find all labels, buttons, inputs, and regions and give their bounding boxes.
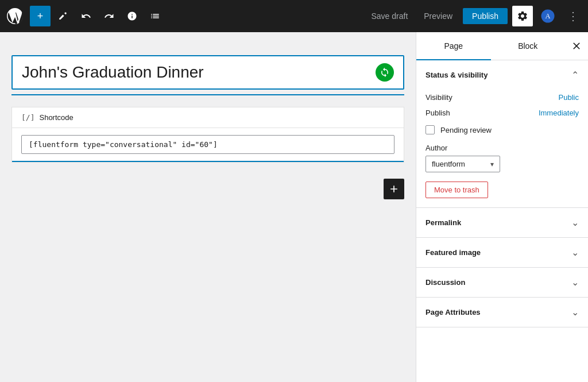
sidebar-tabs: Page Block: [416, 32, 588, 60]
discussion-chevron: ⌄: [571, 277, 579, 288]
more-options-button[interactable]: ⋮: [563, 6, 583, 26]
svg-text:A: A: [545, 12, 550, 20]
page-attributes-chevron: ⌄: [571, 307, 579, 318]
featured-image-chevron: ⌄: [571, 247, 579, 258]
sidebar-close-button[interactable]: [565, 32, 588, 60]
shortcode-input[interactable]: [21, 135, 394, 154]
publish-label: Publish: [425, 109, 450, 117]
pending-review-row: Pending review: [425, 121, 579, 139]
page-attributes-header[interactable]: Page Attributes ⌄: [416, 298, 588, 327]
status-visibility-content: Visibility Public Publish Immediately Pe…: [416, 90, 588, 207]
undo-button[interactable]: [76, 6, 96, 26]
page-attributes-section: Page Attributes ⌄: [416, 298, 588, 327]
permalink-title: Permalink: [425, 218, 461, 227]
page-attributes-title: Page Attributes: [425, 308, 481, 317]
visibility-value[interactable]: Public: [559, 93, 579, 102]
status-visibility-title: Status & visibility: [425, 71, 488, 79]
move-to-trash-button[interactable]: Move to trash: [425, 182, 488, 198]
permalink-header[interactable]: Permalink ⌄: [416, 208, 588, 237]
status-visibility-header[interactable]: Status & visibility ⌃: [416, 60, 588, 90]
post-title-container: [11, 55, 404, 90]
tab-page[interactable]: Page: [416, 32, 491, 60]
editor-area: [/] Shortcode: [0, 32, 416, 382]
author-select-value: fluentform: [432, 160, 465, 168]
save-draft-button[interactable]: Save draft: [365, 8, 413, 24]
list-view-button[interactable]: [145, 6, 165, 26]
main-layout: [/] Shortcode Page Block Statu: [0, 32, 588, 382]
author-select-arrow: ▾: [490, 160, 494, 168]
settings-button[interactable]: [512, 6, 533, 26]
redo-button[interactable]: [99, 6, 119, 26]
shortcode-content: [12, 128, 404, 162]
info-button[interactable]: [122, 6, 142, 26]
tab-block[interactable]: Block: [491, 32, 566, 60]
discussion-header[interactable]: Discussion ⌄: [416, 268, 588, 297]
discussion-section: Discussion ⌄: [416, 268, 588, 298]
discussion-title: Discussion: [425, 278, 465, 287]
post-title-input[interactable]: [22, 63, 376, 82]
featured-image-title: Featured image: [425, 248, 481, 257]
author-label: Author: [425, 144, 579, 152]
featured-image-section: Featured image ⌄: [416, 238, 588, 268]
publish-value[interactable]: Immediately: [539, 109, 579, 117]
pending-review-checkbox[interactable]: [425, 125, 435, 134]
regenerate-icon[interactable]: [376, 63, 394, 82]
visibility-label: Visibility: [425, 93, 452, 102]
shortcode-label: Shortcode: [39, 113, 73, 122]
permalink-section: Permalink ⌄: [416, 208, 588, 238]
status-visibility-chevron-up: ⌃: [571, 70, 579, 80]
permalink-chevron: ⌄: [571, 217, 579, 228]
status-visibility-section: Status & visibility ⌃ Visibility Public …: [416, 60, 588, 208]
author-select[interactable]: fluentform ▾: [425, 156, 500, 172]
sidebar: Page Block Status & visibility ⌃ Visibil…: [416, 32, 588, 382]
wp-logo: [5, 6, 25, 26]
featured-image-header[interactable]: Featured image ⌄: [416, 238, 588, 267]
avatar-button[interactable]: A: [537, 6, 558, 26]
author-row: Author fluentform ▾: [425, 139, 579, 177]
shortcode-block: [/] Shortcode: [11, 107, 404, 163]
publish-button[interactable]: Publish: [463, 8, 508, 24]
visibility-row: Visibility Public: [425, 90, 579, 105]
pending-review-label: Pending review: [440, 126, 492, 134]
preview-button[interactable]: Preview: [418, 8, 458, 24]
shortcode-icon: [/]: [21, 113, 34, 122]
edit-button[interactable]: [53, 6, 74, 26]
publish-row: Publish Immediately: [425, 105, 579, 121]
toolbar: + Save draft Preview Publish A ⋮: [0, 0, 588, 32]
add-block-button[interactable]: [384, 179, 404, 199]
shortcode-header: [/] Shortcode: [12, 107, 404, 128]
editor-divider: [11, 94, 404, 95]
add-block-toolbar-button[interactable]: +: [30, 6, 51, 26]
